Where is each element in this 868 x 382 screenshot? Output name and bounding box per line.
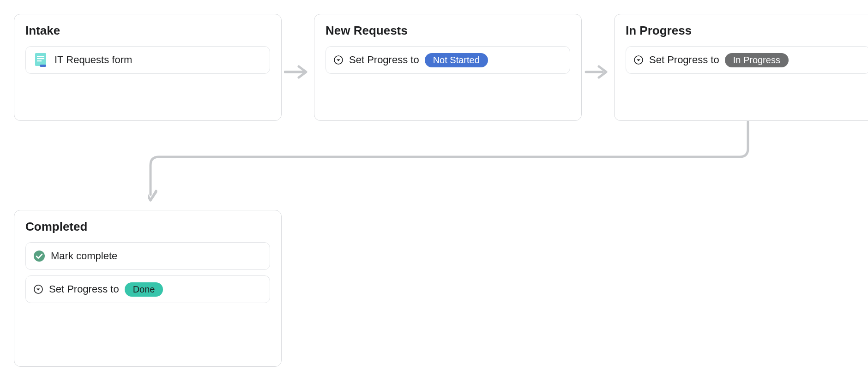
- stage-new-requests[interactable]: New Requests Set Progress to Not Started: [314, 14, 582, 121]
- action-label: Mark complete: [51, 250, 117, 262]
- stage-title: Completed: [25, 220, 270, 234]
- check-circle-icon: [33, 250, 45, 262]
- arrow-inprogress-to-completed: [148, 121, 753, 209]
- svg-point-8: [34, 251, 45, 262]
- action-set-progress[interactable]: Set Progress to Not Started: [326, 46, 570, 74]
- action-label: IT Requests form: [54, 54, 132, 66]
- action-set-progress[interactable]: Set Progress to In Progress: [626, 46, 868, 74]
- progress-pill-done: Done: [125, 282, 163, 297]
- svg-rect-4: [40, 65, 46, 67]
- stage-title: In Progress: [626, 24, 868, 38]
- svg-rect-0: [35, 53, 46, 66]
- chevron-down-circle-icon: [33, 284, 43, 294]
- chevron-down-circle-icon: [333, 55, 344, 65]
- action-label: Set Progress to: [649, 54, 719, 66]
- stage-intake[interactable]: Intake IT Requests form: [14, 14, 282, 121]
- arrow-intake-to-new: [284, 64, 312, 80]
- stage-in-progress[interactable]: In Progress Set Progress to In Progress: [614, 14, 868, 121]
- svg-rect-3: [37, 60, 42, 61]
- form-icon: [33, 52, 49, 68]
- stage-title: Intake: [25, 24, 270, 38]
- chevron-down-circle-icon: [633, 55, 644, 65]
- action-mark-complete[interactable]: Mark complete: [25, 242, 270, 270]
- action-label: Set Progress to: [49, 283, 119, 295]
- action-set-progress[interactable]: Set Progress to Done: [25, 275, 270, 303]
- stage-completed[interactable]: Completed Mark complete Set Progress to …: [14, 210, 282, 367]
- progress-pill-not-started: Not Started: [425, 53, 488, 67]
- stage-title: New Requests: [326, 24, 570, 38]
- action-form[interactable]: IT Requests form: [25, 46, 270, 74]
- progress-pill-in-progress: In Progress: [725, 53, 789, 67]
- arrow-new-to-inprogress: [584, 64, 612, 80]
- action-label: Set Progress to: [349, 54, 419, 66]
- workflow-canvas: Intake IT Requests form: [14, 14, 854, 368]
- svg-rect-1: [37, 56, 44, 57]
- svg-rect-2: [37, 58, 44, 59]
